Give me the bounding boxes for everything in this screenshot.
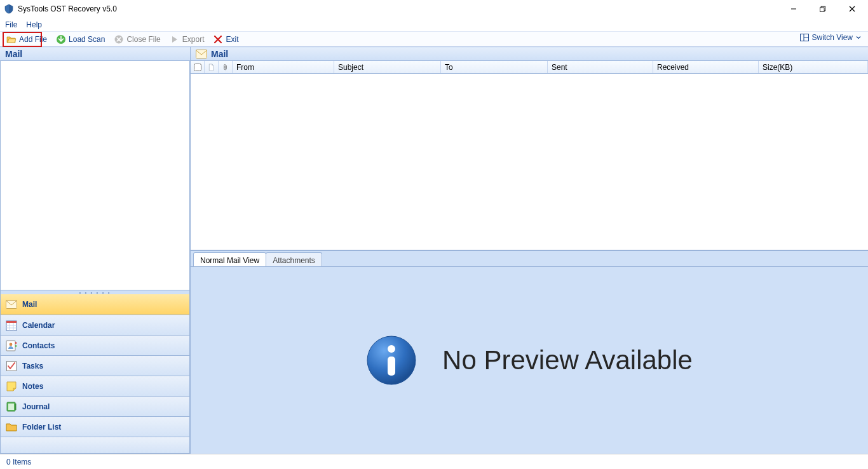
left-panel: Mail • • • • • • Mail Calendar Contacts … (0, 47, 191, 454)
mail-icon (196, 50, 207, 58)
preview-message: No Preview Available (442, 345, 693, 376)
nav-journal-label: Journal (22, 402, 50, 411)
calendar-icon (6, 320, 17, 331)
right-panel: Mail From Subject To Sent Received Size(… (191, 47, 868, 454)
switch-view-icon (799, 32, 810, 43)
svg-rect-28 (388, 357, 395, 376)
column-sent[interactable]: Sent (548, 61, 653, 73)
load-scan-button[interactable]: Load Scan (53, 34, 107, 45)
column-checkbox[interactable] (191, 61, 205, 73)
mail-panel-header: Mail (191, 47, 868, 61)
nav-mail[interactable]: Mail (1, 294, 189, 315)
svg-rect-23 (8, 404, 14, 410)
nav-journal[interactable]: Journal (1, 396, 189, 416)
mail-panel-title: Mail (211, 49, 228, 59)
column-to[interactable]: To (441, 61, 548, 73)
column-from[interactable]: From (233, 61, 334, 73)
nav-folder-list-label: Folder List (22, 423, 61, 432)
preview-tabstrip: Normal Mail View Attachments (191, 250, 868, 267)
nav-list: Mail Calendar Contacts Tasks Notes Journ… (0, 294, 190, 454)
folder-icon (6, 421, 17, 433)
app-icon (4, 4, 14, 14)
nav-tasks[interactable]: Tasks (1, 355, 189, 376)
left-panel-header: Mail (0, 47, 190, 61)
nav-calendar-label: Calendar (22, 321, 55, 330)
column-subject[interactable]: Subject (334, 61, 441, 73)
window-title: SysTools OST Recovery v5.0 (18, 4, 117, 13)
nav-calendar[interactable]: Calendar (1, 315, 189, 335)
nav-contacts[interactable]: Contacts (1, 335, 189, 355)
nav-contacts-label: Contacts (22, 341, 55, 350)
exit-label: Exit (226, 35, 238, 44)
export-icon (170, 34, 180, 44)
svg-rect-20 (15, 345, 17, 347)
svg-rect-25 (196, 50, 207, 58)
svg-rect-12 (6, 321, 17, 323)
add-file-button[interactable]: Add File (4, 34, 50, 45)
left-panel-title: Mail (5, 49, 22, 59)
status-items: 0 Items (6, 458, 31, 466)
column-received[interactable]: Received (653, 61, 759, 73)
svg-point-18 (10, 343, 13, 346)
notes-icon (6, 381, 17, 392)
menu-file[interactable]: File (5, 20, 17, 29)
add-file-label: Add File (19, 35, 47, 44)
nav-folder-list[interactable]: Folder List (1, 416, 189, 437)
status-bar: 0 Items (0, 454, 868, 469)
exit-icon (213, 34, 223, 44)
nav-mail-label: Mail (22, 300, 37, 309)
nav-notes-label: Notes (22, 382, 43, 391)
tab-normal-mail-view[interactable]: Normal Mail View (193, 252, 266, 266)
column-item-icon[interactable] (205, 61, 219, 73)
export-button[interactable]: Export (167, 34, 207, 45)
nav-pad (1, 437, 189, 453)
nav-notes[interactable]: Notes (1, 376, 189, 396)
folder-tree[interactable] (0, 61, 190, 290)
svg-rect-24 (15, 404, 17, 410)
workarea: Mail • • • • • • Mail Calendar Contacts … (0, 47, 868, 454)
titlebar: SysTools OST Recovery v5.0 (0, 0, 868, 18)
close-file-label: Close File (126, 35, 160, 44)
svg-rect-10 (6, 301, 17, 309)
export-label: Export (182, 35, 205, 44)
switch-view-button[interactable]: Switch View (797, 32, 864, 43)
maximize-button[interactable] (808, 0, 837, 18)
mail-icon (6, 299, 17, 310)
column-size[interactable]: Size(KB) (759, 61, 868, 73)
column-attachment-icon[interactable] (219, 61, 233, 73)
svg-point-27 (388, 345, 395, 353)
chevron-down-icon (855, 32, 862, 43)
preview-pane: No Preview Available (191, 267, 868, 454)
tab-attachments[interactable]: Attachments (266, 252, 322, 266)
close-file-button[interactable]: Close File (111, 34, 163, 45)
svg-rect-2 (820, 8, 824, 12)
minimize-button[interactable] (779, 0, 808, 18)
contacts-icon (6, 340, 17, 351)
load-scan-label: Load Scan (69, 35, 105, 44)
toolbar: Add File Load Scan Close File Export Exi… (0, 32, 868, 47)
mail-list[interactable] (191, 74, 868, 250)
svg-rect-19 (15, 342, 17, 344)
tasks-icon (6, 360, 17, 372)
down-arrow-icon (56, 34, 66, 44)
mail-column-header: From Subject To Sent Received Size(KB) (191, 61, 868, 74)
close-button[interactable] (837, 0, 867, 18)
close-file-icon (114, 34, 124, 44)
journal-icon (6, 401, 17, 412)
nav-tasks-label: Tasks (22, 362, 43, 370)
exit-button[interactable]: Exit (210, 34, 241, 45)
menubar: File Help (0, 18, 868, 32)
switch-view-label: Switch View (812, 33, 853, 42)
folder-open-icon (6, 34, 17, 44)
info-icon (366, 335, 417, 386)
menu-help[interactable]: Help (26, 20, 42, 29)
